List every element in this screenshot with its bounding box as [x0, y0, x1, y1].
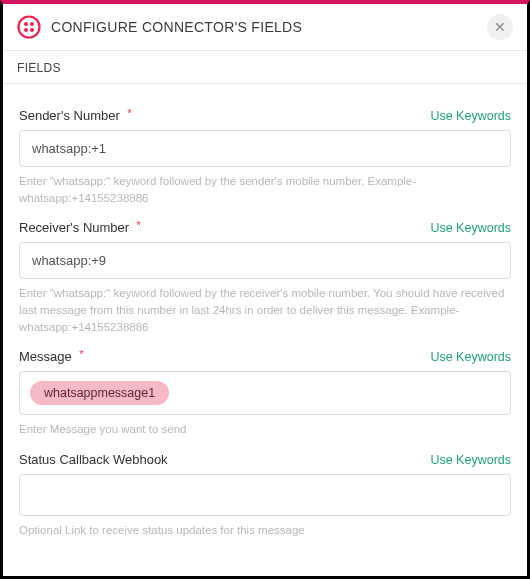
- field-helper: Enter Message you want to send: [19, 421, 511, 438]
- field-label: Sender's Number: [19, 108, 120, 123]
- sender-number-input[interactable]: [19, 130, 511, 167]
- close-icon: ✕: [494, 19, 506, 35]
- field-message: Message * Use Keywords whatsappmessage1 …: [19, 347, 511, 438]
- close-button[interactable]: ✕: [487, 14, 513, 40]
- svg-point-0: [19, 17, 40, 38]
- status-callback-input[interactable]: [19, 474, 511, 516]
- field-sender-number: Sender's Number * Use Keywords Enter "wh…: [19, 106, 511, 206]
- svg-point-4: [30, 28, 34, 32]
- field-helper: Enter "whatsapp:" keyword followed by th…: [19, 173, 511, 206]
- keyword-chip[interactable]: whatsappmessage1: [30, 381, 169, 405]
- dialog-title: CONFIGURE CONNECTOR'S FIELDS: [51, 19, 477, 35]
- use-keywords-link[interactable]: Use Keywords: [430, 350, 511, 364]
- message-input[interactable]: whatsappmessage1: [19, 371, 511, 415]
- svg-point-2: [30, 22, 34, 26]
- field-label: Status Callback Webhook: [19, 452, 168, 467]
- svg-point-3: [24, 28, 28, 32]
- fields-content: Sender's Number * Use Keywords Enter "wh…: [3, 84, 527, 559]
- field-helper: Optional Link to receive status updates …: [19, 522, 511, 539]
- svg-point-1: [24, 22, 28, 26]
- section-label: FIELDS: [3, 51, 527, 84]
- required-indicator: *: [127, 107, 131, 119]
- field-status-callback: Status Callback Webhook Use Keywords Opt…: [19, 450, 511, 539]
- receiver-number-input[interactable]: [19, 242, 511, 279]
- required-indicator: *: [137, 219, 141, 231]
- use-keywords-link[interactable]: Use Keywords: [430, 453, 511, 467]
- required-indicator: *: [79, 348, 83, 360]
- dialog-header: CONFIGURE CONNECTOR'S FIELDS ✕: [3, 4, 527, 51]
- field-label: Receiver's Number: [19, 220, 129, 235]
- use-keywords-link[interactable]: Use Keywords: [430, 109, 511, 123]
- use-keywords-link[interactable]: Use Keywords: [430, 221, 511, 235]
- connector-logo-icon: [17, 15, 41, 39]
- field-label: Message: [19, 349, 72, 364]
- field-helper: Enter "whatsapp:" keyword followed by th…: [19, 285, 511, 335]
- field-receiver-number: Receiver's Number * Use Keywords Enter "…: [19, 218, 511, 335]
